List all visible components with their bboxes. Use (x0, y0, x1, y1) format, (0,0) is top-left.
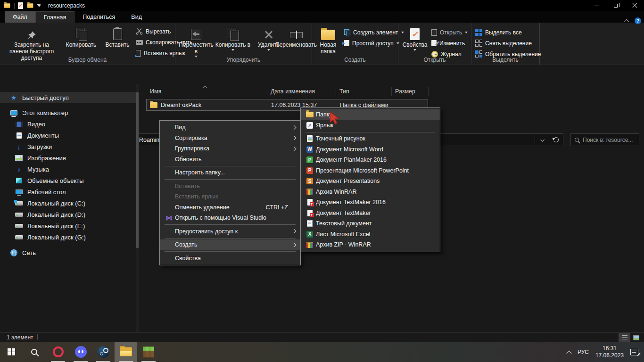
taskbar-discord-button[interactable] (69, 342, 92, 362)
menu-item-new[interactable]: Создать (160, 239, 300, 250)
menu-item-open-with-visual-studio[interactable]: ⋈Открыть с помощью Visual Studio (160, 213, 300, 223)
sidebar-item-music[interactable]: ♪ Музыка (0, 164, 139, 175)
tab-home[interactable]: Главная (35, 11, 75, 23)
submenu-item-presentations[interactable]: SДокумент Presentations (301, 176, 440, 187)
tray-expand-icon[interactable] (566, 351, 571, 356)
submenu-item-textmaker-2016[interactable]: TДокумент TextMaker 2016 (301, 197, 440, 208)
submenu-arrow-icon (292, 229, 297, 234)
select-none-button[interactable]: Снять выделение (475, 38, 532, 48)
menu-item-view[interactable]: Вид (160, 122, 300, 133)
column-divider[interactable] (267, 87, 267, 96)
close-button[interactable] (625, 0, 644, 11)
restore-button[interactable] (606, 0, 625, 11)
submenu-item-text-document[interactable]: Текстовый документ (301, 218, 440, 229)
paste-shortcut-icon (136, 50, 141, 57)
minimize-button[interactable] (587, 0, 606, 11)
column-size[interactable]: Размер (395, 86, 415, 97)
ribbon: Закрепить на панели быстрого доступа Коп… (0, 23, 644, 65)
menu-item-refresh[interactable]: Обновить (160, 154, 300, 165)
tray-date: 17.06.2023 (595, 352, 624, 359)
cut-button[interactable]: Вырезать (136, 26, 171, 36)
menu-item-undo-delete[interactable]: Отменить удалениеCTRL+Z (160, 202, 300, 213)
help-icon[interactable]: ? (635, 17, 641, 24)
submenu-item-powerpoint[interactable]: PПрезентация Microsoft PowerPoint (301, 165, 440, 176)
submenu-item-winrar[interactable]: Архив WinRAR (301, 187, 440, 197)
submenu-item-excel[interactable]: XЛист Microsoft Excel (301, 229, 440, 240)
group-label: Открыть (398, 57, 471, 63)
refresh-button[interactable] (549, 134, 563, 146)
open-button[interactable]: Открыть (431, 27, 468, 37)
qat-properties-button[interactable]: ✓ (18, 2, 23, 9)
taskbar-opera-button[interactable] (47, 342, 69, 362)
submenu-item-word[interactable]: WДокумент Microsoft Word (301, 144, 440, 155)
sidebar-item-network[interactable]: Сеть (0, 247, 139, 258)
sidebar-item-disk-d[interactable]: Локальный диск (D:) (0, 209, 139, 220)
properties-button[interactable]: ✓ Свойства (401, 25, 429, 51)
submenu-item-folder[interactable]: Папку (301, 109, 440, 120)
submenu-item-zip-winrar[interactable]: Архив ZIP - WinRAR (301, 239, 440, 250)
sidebar-item-this-pc[interactable]: Этот компьютер (0, 107, 139, 118)
qat-customize-button[interactable] (37, 4, 41, 7)
sidebar-scrollbar[interactable] (136, 84, 139, 332)
move-to-button[interactable]: Переместить в (178, 25, 214, 58)
start-button[interactable] (0, 342, 23, 362)
language-indicator[interactable]: РУС (578, 349, 589, 355)
address-dropdown-button[interactable] (535, 134, 549, 146)
new-item-button[interactable]: Создать элемент (344, 27, 404, 37)
sidebar-item-videos[interactable]: Видео (0, 118, 139, 130)
sidebar-item-disk-g[interactable]: Локальный диск (G:) (0, 231, 139, 243)
sidebar-item-disk-e[interactable]: Локальный диск (E:) (0, 220, 139, 231)
paste-icon (113, 25, 122, 41)
edit-button[interactable]: Изменить (431, 38, 465, 48)
submenu-arrow-icon (292, 136, 297, 140)
column-divider[interactable] (391, 87, 392, 96)
sidebar-item-documents[interactable]: Документы (0, 130, 139, 141)
menu-item-sort[interactable]: Сортировка (160, 133, 300, 144)
copy-to-button[interactable]: Копировать в (215, 25, 251, 51)
pin-to-quick-access-button[interactable]: Закрепить на панели быстрого доступа (5, 25, 58, 61)
menu-item-give-access[interactable]: Предоставить доступ к (160, 226, 300, 237)
rename-button[interactable]: Переименовать (281, 25, 311, 48)
details-view-button[interactable] (619, 333, 630, 342)
tab-share[interactable]: Поделиться (74, 11, 123, 23)
column-divider[interactable] (336, 87, 336, 96)
column-name[interactable]: Имя (150, 86, 161, 97)
os-disk-icon (15, 201, 23, 206)
menu-item-properties[interactable]: Свойства (160, 253, 300, 264)
thumbnails-view-button[interactable] (630, 333, 642, 342)
copy-button[interactable]: Копировать (59, 25, 103, 48)
paste-button[interactable]: Вставить (103, 25, 132, 48)
taskbar-minecraft-button[interactable] (137, 342, 160, 362)
column-divider[interactable] (428, 87, 429, 96)
notifications-icon[interactable] (630, 349, 638, 355)
music-icon: ♪ (15, 165, 23, 173)
sidebar-item-downloads[interactable]: ↓ Загрузки (0, 141, 139, 152)
submenu-item-planmaker[interactable]: PДокумент PlanMaker 2016 (301, 155, 440, 165)
select-all-button[interactable]: Выделить все (475, 27, 522, 37)
taskbar-steam-button[interactable] (92, 342, 115, 362)
sidebar-item-pictures[interactable]: Изображения (0, 152, 139, 164)
taskbar-explorer-button[interactable] (115, 342, 137, 362)
column-type[interactable]: Тип (339, 86, 349, 97)
menu-item-customize-folder[interactable]: Настроить папку... (160, 167, 300, 178)
submenu-item-bitmap[interactable]: Точечный рисунок (301, 133, 440, 144)
sidebar-item-desktop[interactable]: Рабочий стол (0, 186, 139, 197)
scrollbar-thumb[interactable] (136, 92, 139, 248)
clock[interactable]: 16:31 17.06.2023 (595, 345, 624, 359)
tab-view[interactable]: Вид (123, 11, 150, 23)
sidebar-item-quick-access[interactable]: ★ Быстрый доступ (0, 92, 139, 103)
column-date[interactable]: Дата изменения (271, 86, 315, 97)
opera-icon (53, 346, 64, 357)
easy-access-button[interactable]: Простой доступ (344, 38, 399, 48)
search-box[interactable] (570, 133, 639, 146)
tab-file[interactable]: Файл (5, 11, 35, 23)
sidebar-item-disk-c[interactable]: Локальный диск (C:) (0, 197, 139, 209)
submenu-item-textmaker[interactable]: TДокумент TextMaker (301, 208, 440, 219)
taskbar-search-button[interactable] (23, 342, 45, 362)
sidebar-item-3d-objects[interactable]: Объемные объекты (0, 175, 139, 186)
submenu-item-shortcut[interactable]: ↗Ярлык (301, 120, 440, 131)
qat-new-folder-button[interactable] (27, 3, 33, 8)
menu-item-group[interactable]: Группировка (160, 143, 300, 154)
search-input[interactable] (583, 137, 635, 143)
new-folder-button[interactable]: Новая папка (315, 25, 341, 55)
